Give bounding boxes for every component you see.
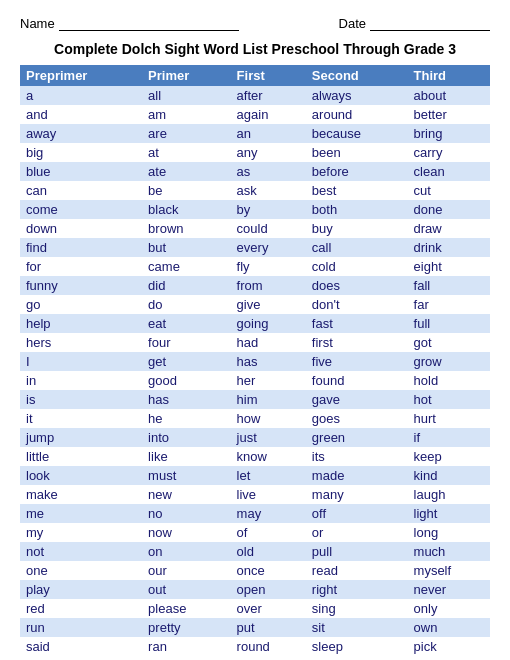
cell-2-1: are	[142, 124, 230, 143]
cell-13-0: hers	[20, 333, 142, 352]
cell-11-1: do	[142, 295, 230, 314]
cell-28-3: sit	[306, 618, 408, 637]
cell-23-3: or	[306, 523, 408, 542]
cell-16-2: him	[231, 390, 306, 409]
table-row: godogivedon'tfar	[20, 295, 490, 314]
word-table: PreprimerPrimerFirstSecondThird aallafte…	[20, 65, 490, 656]
cell-6-0: come	[20, 200, 142, 219]
table-row: ishashimgavehot	[20, 390, 490, 409]
table-row: andamagainaroundbetter	[20, 105, 490, 124]
cell-18-0: jump	[20, 428, 142, 447]
cell-17-0: it	[20, 409, 142, 428]
cell-10-0: funny	[20, 276, 142, 295]
cell-15-3: found	[306, 371, 408, 390]
table-row: notonoldpullmuch	[20, 542, 490, 561]
cell-5-0: can	[20, 181, 142, 200]
cell-15-4: hold	[408, 371, 490, 390]
cell-24-2: old	[231, 542, 306, 561]
cell-21-2: live	[231, 485, 306, 504]
cell-22-0: me	[20, 504, 142, 523]
cell-21-0: make	[20, 485, 142, 504]
cell-22-1: no	[142, 504, 230, 523]
cell-21-4: laugh	[408, 485, 490, 504]
cell-9-2: fly	[231, 257, 306, 276]
cell-27-4: only	[408, 599, 490, 618]
cell-20-3: made	[306, 466, 408, 485]
cell-26-2: open	[231, 580, 306, 599]
cell-25-1: our	[142, 561, 230, 580]
cell-7-3: buy	[306, 219, 408, 238]
cell-24-1: on	[142, 542, 230, 561]
table-row: hersfourhadfirstgot	[20, 333, 490, 352]
cell-19-3: its	[306, 447, 408, 466]
cell-0-4: about	[408, 86, 490, 105]
cell-18-2: just	[231, 428, 306, 447]
cell-9-3: cold	[306, 257, 408, 276]
cell-21-1: new	[142, 485, 230, 504]
cell-16-3: gave	[306, 390, 408, 409]
cell-13-3: first	[306, 333, 408, 352]
cell-15-1: good	[142, 371, 230, 390]
table-row: Igethasfivegrow	[20, 352, 490, 371]
cell-4-0: blue	[20, 162, 142, 181]
cell-7-1: brown	[142, 219, 230, 238]
cell-29-3: sleep	[306, 637, 408, 656]
cell-14-2: has	[231, 352, 306, 371]
cell-29-1: ran	[142, 637, 230, 656]
cell-3-4: carry	[408, 143, 490, 162]
cell-25-3: read	[306, 561, 408, 580]
date-label: Date	[339, 16, 366, 31]
table-row: redpleaseoversingonly	[20, 599, 490, 618]
table-row: playoutopenrightnever	[20, 580, 490, 599]
cell-27-0: red	[20, 599, 142, 618]
cell-8-1: but	[142, 238, 230, 257]
cell-1-1: am	[142, 105, 230, 124]
cell-5-1: be	[142, 181, 230, 200]
name-field: Name	[20, 16, 239, 31]
cell-3-1: at	[142, 143, 230, 162]
cell-24-3: pull	[306, 542, 408, 561]
cell-27-2: over	[231, 599, 306, 618]
cell-7-0: down	[20, 219, 142, 238]
cell-12-1: eat	[142, 314, 230, 333]
cell-11-3: don't	[306, 295, 408, 314]
cell-28-4: own	[408, 618, 490, 637]
table-row: ithehowgoeshurt	[20, 409, 490, 428]
table-row: aallafteralwaysabout	[20, 86, 490, 105]
cell-9-0: for	[20, 257, 142, 276]
cell-0-0: a	[20, 86, 142, 105]
cell-3-2: any	[231, 143, 306, 162]
cell-22-4: light	[408, 504, 490, 523]
cell-7-4: draw	[408, 219, 490, 238]
col-header-second: Second	[306, 65, 408, 86]
cell-18-4: if	[408, 428, 490, 447]
cell-0-2: after	[231, 86, 306, 105]
cell-12-4: full	[408, 314, 490, 333]
cell-8-3: call	[306, 238, 408, 257]
cell-15-0: in	[20, 371, 142, 390]
date-underline	[370, 30, 490, 31]
cell-1-2: again	[231, 105, 306, 124]
cell-28-0: run	[20, 618, 142, 637]
table-row: oneouroncereadmyself	[20, 561, 490, 580]
table-row: downbrowncouldbuydraw	[20, 219, 490, 238]
table-row: ingoodherfoundhold	[20, 371, 490, 390]
cell-2-0: away	[20, 124, 142, 143]
cell-18-1: into	[142, 428, 230, 447]
cell-2-4: bring	[408, 124, 490, 143]
cell-4-4: clean	[408, 162, 490, 181]
table-row: lookmustletmadekind	[20, 466, 490, 485]
cell-24-0: not	[20, 542, 142, 561]
cell-13-1: four	[142, 333, 230, 352]
col-header-first: First	[231, 65, 306, 86]
cell-23-2: of	[231, 523, 306, 542]
table-row: findbuteverycalldrink	[20, 238, 490, 257]
table-row: mynowoforlong	[20, 523, 490, 542]
cell-26-4: never	[408, 580, 490, 599]
cell-16-1: has	[142, 390, 230, 409]
cell-29-0: said	[20, 637, 142, 656]
col-header-primer: Primer	[142, 65, 230, 86]
cell-7-2: could	[231, 219, 306, 238]
cell-9-1: came	[142, 257, 230, 276]
cell-21-3: many	[306, 485, 408, 504]
